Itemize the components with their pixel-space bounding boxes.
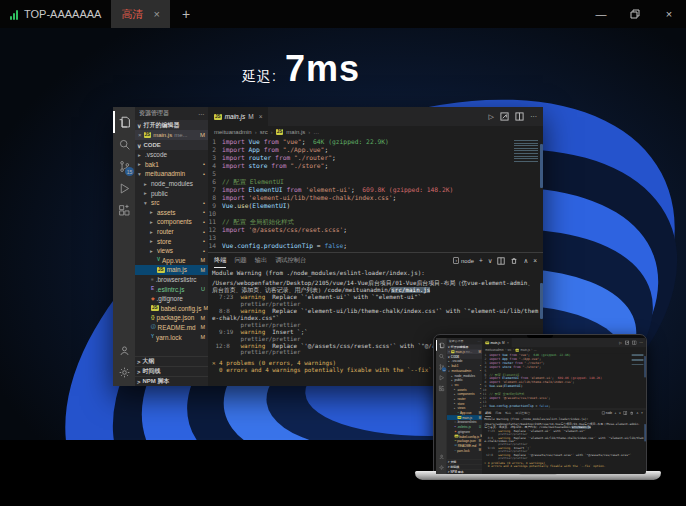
tree-item-router[interactable]: ▸router• xyxy=(135,227,208,237)
terminal-line: 7:23 warning Replace `'element-ui'` with… xyxy=(212,294,539,301)
tree-item-.gitignore[interactable]: ◆.gitignore xyxy=(135,294,208,304)
split-editor-icon xyxy=(632,340,636,344)
breadcrumb-separator: › xyxy=(513,349,514,352)
breadcrumb-item[interactable]: meituanadmin xyxy=(214,129,252,135)
panel-tab-终端: 终端 xyxy=(485,409,491,416)
sidebar-section-时间线[interactable]: >时间线 xyxy=(135,366,208,376)
editor-tab-mainjs[interactable]: JS main.js M × xyxy=(208,107,268,126)
tree-closed-arrow-icon: ▸ xyxy=(454,402,456,405)
tab-close-icon[interactable]: × xyxy=(259,113,263,120)
open-editor-item-mainjs[interactable]: × JS main.js me... M xyxy=(135,130,208,140)
breadcrumb-item[interactable]: … xyxy=(313,129,319,135)
new-tab-button[interactable]: + xyxy=(170,0,202,28)
shell-indicator[interactable]: › node xyxy=(453,257,473,264)
code-line: 5 xyxy=(208,170,543,178)
tree-item-public[interactable]: ▸public xyxy=(135,188,208,198)
line-number: 12 xyxy=(208,226,222,234)
tab-top-stats[interactable]: TOP-AAAAAAA xyxy=(0,0,111,28)
settings-gear-icon[interactable] xyxy=(113,361,135,383)
code-line: 7import ElementUI from 'element-ui'; 609… xyxy=(208,186,543,194)
search-icon xyxy=(436,351,447,362)
close-editor-icon[interactable]: × xyxy=(138,132,142,138)
open-editors-header[interactable]: ∨ 打开的编辑器 xyxy=(135,120,208,130)
section-label: 时间线 xyxy=(450,465,459,469)
tree-item-meituanadmin[interactable]: ▾meituanadmin• xyxy=(135,169,208,179)
git-status-badge: U xyxy=(201,286,208,292)
tree-item-package.json[interactable]: {}package.jsonM xyxy=(135,313,208,323)
tree-open-arrow-icon: ▾ xyxy=(451,383,453,386)
tree-item-README.md[interactable]: ⓘREADME.mdM xyxy=(135,323,208,333)
source-control-icon[interactable]: 15 xyxy=(113,155,135,177)
minimize-button[interactable]: — xyxy=(584,0,618,28)
explorer-more-icon[interactable]: ⋯ xyxy=(198,110,204,117)
lock-file-icon: Y xyxy=(455,449,457,452)
tree-item-label: package.json xyxy=(157,314,195,321)
tree-item-label: node_modules xyxy=(151,180,193,187)
more-actions-icon[interactable]: ⋯ xyxy=(530,113,537,121)
tab-hd[interactable]: 高清 × xyxy=(111,0,169,28)
code-section-header[interactable]: ∨ CODE xyxy=(135,140,208,150)
sidebar-section-NPM 脚本[interactable]: >NPM 脚本 xyxy=(135,376,208,386)
panel-scrollbar[interactable] xyxy=(540,283,543,319)
info-file-icon: ⓘ xyxy=(455,444,457,447)
close-panel-icon[interactable]: × xyxy=(533,257,537,264)
new-terminal-icon[interactable]: + xyxy=(479,257,483,264)
tree-open-arrow-icon: ▾ xyxy=(138,171,143,177)
code-line: 6// 配置 ElementUI xyxy=(208,178,543,186)
close-editor-icon: × xyxy=(448,350,450,353)
breadcrumb-item[interactable]: src xyxy=(260,129,268,135)
tree-item-babel.config.js[interactable]: JSbabel.config.jsM xyxy=(135,304,208,314)
tree-item-node_modules[interactable]: ▸node_modules xyxy=(135,179,208,189)
tree-item-label: yarn.lock xyxy=(457,449,469,452)
terminal-line: 0 errors and 4 warnings potentially fixa… xyxy=(484,465,644,468)
run-debug-icon[interactable] xyxy=(113,177,135,199)
terminal-dropdown-icon[interactable]: ∨ xyxy=(488,257,493,265)
tree-item-main.js[interactable]: JSmain.jsM xyxy=(135,265,208,275)
tree-item-src[interactable]: ▾src• xyxy=(135,198,208,208)
tree-item-label: views xyxy=(457,406,465,409)
panel-tab-调试控制台[interactable]: 调试控制台 xyxy=(275,253,306,268)
terminal-output: Module Warning (from ./node_modules/esli… xyxy=(482,417,645,475)
tree-item-.vscode[interactable]: ▸.vscode xyxy=(135,150,208,160)
open-changes-icon[interactable] xyxy=(500,112,509,121)
traffic-chart-icon xyxy=(10,9,18,20)
panel-tab-问题[interactable]: 问题 xyxy=(234,253,246,268)
maximize-panel-icon[interactable]: ∧ xyxy=(523,257,528,265)
tree-item-store[interactable]: ▸store• xyxy=(135,236,208,246)
close-button[interactable]: × xyxy=(652,0,686,28)
code-editor[interactable]: 1import Vue from "vue"; 64K (gzipped: 22… xyxy=(208,138,543,252)
code-line: 12import '@/assets/css/reset.scss'; xyxy=(208,226,543,234)
tab-close-icon[interactable]: × xyxy=(153,8,159,20)
tree-item-yarn.lock[interactable]: Yyarn.lockM xyxy=(135,332,208,342)
file-tree: ▸.vscode▸bak1•▾meituanadmin•▸node_module… xyxy=(447,359,483,453)
tree-item-.eslintrc.js[interactable]: E.eslintrc.jsU xyxy=(135,284,208,294)
panel-tab-终端[interactable]: 终端 xyxy=(214,253,226,268)
minimap xyxy=(632,354,644,365)
split-editor-icon[interactable] xyxy=(515,112,524,121)
tree-item-assets[interactable]: ▸assets• xyxy=(135,208,208,218)
tree-item-label: App.vue xyxy=(162,257,185,264)
extensions-icon[interactable] xyxy=(113,199,135,221)
explorer-icon[interactable] xyxy=(113,111,135,133)
editor-scrollbar[interactable] xyxy=(540,144,543,188)
tree-item-bak1[interactable]: ▸bak1• xyxy=(135,160,208,170)
section-chevron-icon: ∨ xyxy=(137,142,141,149)
tree-item-label: views xyxy=(157,247,173,254)
search-icon[interactable] xyxy=(113,133,135,155)
run-file-icon[interactable]: ▷ xyxy=(489,113,494,121)
section-chevron-icon: > xyxy=(448,461,450,464)
tree-item-views[interactable]: ▸views• xyxy=(135,246,208,256)
section-chevron-icon: > xyxy=(137,369,141,375)
settings-gear-icon xyxy=(436,462,447,473)
tree-item-.browserslistrc[interactable]: ≡.browserslistrc xyxy=(135,275,208,285)
panel-tab-输出[interactable]: 输出 xyxy=(255,253,267,268)
split-terminal-icon[interactable] xyxy=(497,257,505,265)
breadcrumb-item[interactable]: main.js xyxy=(286,129,305,135)
account-icon[interactable] xyxy=(113,339,135,361)
tree-item-App.vue[interactable]: VApp.vueM xyxy=(135,256,208,266)
tree-item-components[interactable]: ▸components• xyxy=(135,217,208,227)
tree-item-label: store xyxy=(457,402,464,405)
sidebar-section-大纲[interactable]: >大纲 xyxy=(135,356,208,366)
restore-button[interactable] xyxy=(618,0,652,28)
trash-icon[interactable] xyxy=(510,257,518,265)
